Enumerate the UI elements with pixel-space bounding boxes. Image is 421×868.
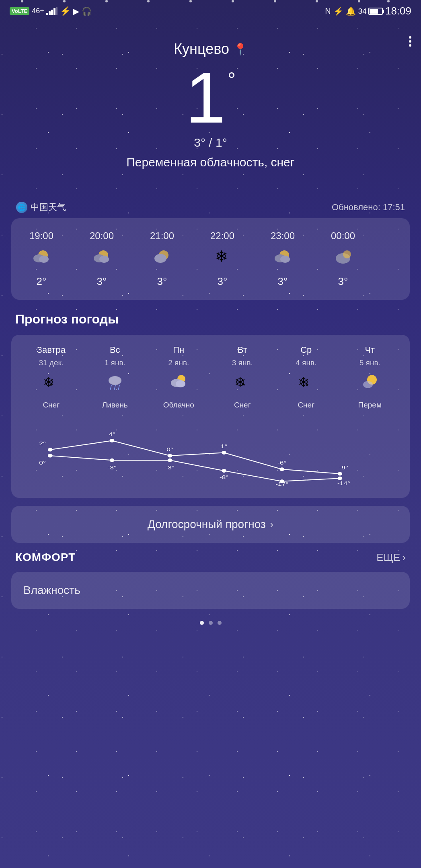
- weather-description: Переменная облачность, снег: [0, 156, 421, 169]
- day-icon-1: / / /: [106, 373, 124, 395]
- hour-temp-3: 3°: [218, 275, 228, 288]
- forecast-day-2: Пн 2 янв. Облачно: [147, 345, 211, 409]
- day-date-0: 31 дек.: [39, 358, 64, 367]
- day-icon-0: ❄ *: [42, 373, 60, 395]
- svg-point-12: [154, 254, 166, 263]
- hour-time-0: 19:00: [29, 230, 53, 242]
- youtube-icon: ▶: [73, 6, 79, 16]
- svg-point-43: [338, 477, 343, 480]
- hour-icon-4: [272, 246, 293, 270]
- status-bar: VoLTE 46+ ⚡ ▶ 🎧 N ⚡ 🔔 34 18:09: [0, 0, 421, 20]
- location-name: Кунцево: [174, 41, 229, 57]
- clock: 18:09: [385, 5, 411, 17]
- svg-text:-3°: -3°: [165, 465, 174, 471]
- hour-temp-2: 3°: [157, 275, 167, 288]
- svg-rect-4: [56, 7, 58, 15]
- svg-text:/ / /: / / /: [110, 384, 120, 391]
- day-date-3: 3 янв.: [232, 358, 253, 367]
- day-date-4: 4 янв.: [296, 358, 316, 367]
- svg-point-33: [110, 439, 115, 442]
- svg-point-39: [110, 459, 115, 462]
- svg-text:0°: 0°: [166, 446, 173, 452]
- hour-time-1: 20:00: [90, 230, 114, 242]
- update-time: Обновлено: 17:51: [332, 202, 405, 213]
- comfort-header: КОМФОРТ ЕЩЕ ›: [11, 551, 410, 564]
- temp-range: 3° / 1°: [0, 136, 421, 149]
- status-right: N ⚡ 🔔 34 18:09: [325, 5, 411, 17]
- forecast-day-1: Вс 1 янв. / / / Ливень: [83, 345, 147, 409]
- humidity-card: Влажность: [11, 572, 410, 609]
- page-indicator: [0, 621, 421, 637]
- hour-icon-0: [31, 246, 52, 270]
- day-name-1: Вс: [110, 345, 120, 355]
- long-forecast-button[interactable]: Долгосрочный прогноз ›: [11, 506, 410, 543]
- more-chevron-icon: ›: [402, 551, 406, 564]
- svg-text:❄: ❄: [215, 248, 228, 265]
- svg-point-36: [279, 467, 284, 471]
- svg-text:0°: 0°: [39, 460, 46, 466]
- day-name-0: Завтра: [37, 345, 66, 355]
- temperature-chart: 2° 4° 0° 1° -6° -9° 0° -3° -3° -8° -17° …: [19, 418, 402, 498]
- provider-logo: 🌐: [16, 202, 27, 213]
- svg-text:1°: 1°: [221, 443, 228, 449]
- wifi-icon: ⚡: [60, 6, 71, 16]
- volte-badge: VoLTE: [10, 7, 29, 15]
- svg-text:-9°: -9°: [339, 465, 348, 471]
- day-name-4: Ср: [300, 345, 312, 355]
- day-icon-3: ❄ *: [233, 373, 252, 395]
- page-dot-2[interactable]: [209, 621, 213, 625]
- hourly-item-3: 22:00 ❄ 3°: [192, 226, 253, 292]
- headphone-icon: 🎧: [82, 6, 92, 16]
- location-pin-icon[interactable]: 📍: [233, 43, 247, 56]
- chevron-right-icon: ›: [270, 518, 273, 531]
- day-date-1: 1 янв.: [105, 358, 125, 367]
- day-condition-2: Облачно: [163, 401, 194, 409]
- svg-text:-6°: -6°: [277, 460, 286, 466]
- forecast-day-4: Ср 4 янв. ❄ * Снег: [274, 345, 338, 409]
- hourly-item-5: 00:00 3°: [313, 226, 373, 292]
- degree-symbol: °: [228, 70, 236, 90]
- location-row: Кунцево 📍: [0, 41, 421, 57]
- nfc-icon: N: [325, 6, 331, 16]
- hourly-scroll[interactable]: 19:00 2° 20:00: [11, 226, 410, 292]
- svg-rect-0: [46, 13, 48, 15]
- forecast-day-0: Завтра 31 дек. ❄ * Снег: [19, 345, 83, 409]
- comfort-title: КОМФОРТ: [15, 551, 76, 564]
- svg-point-34: [168, 454, 173, 458]
- hourly-item-2: 21:00 3°: [132, 226, 192, 292]
- svg-point-7: [39, 256, 49, 263]
- page-dot-3[interactable]: [218, 621, 222, 625]
- forecast-days-row: Завтра 31 дек. ❄ * Снег Вс 1 янв.: [19, 345, 402, 409]
- main-content: Кунцево 📍 1 ° 3° / 1° Переменная облачно…: [0, 20, 421, 645]
- hour-icon-5: [333, 246, 353, 270]
- day-date-5: 5 янв.: [359, 358, 380, 367]
- svg-rect-2: [51, 10, 53, 15]
- forecast-card: Завтра 31 дек. ❄ * Снег Вс 1 янв.: [11, 335, 410, 498]
- svg-point-18: [343, 250, 351, 258]
- day-icon-2: [169, 373, 188, 395]
- comfort-section: КОМФОРТ ЕЩЕ › Влажность: [11, 551, 410, 609]
- battery-percent: 34: [358, 7, 367, 16]
- day-condition-3: Снег: [234, 401, 251, 409]
- page-dot-1[interactable]: [200, 621, 204, 625]
- provider-row: 🌐 中国天气 Обновлено: 17:51: [0, 201, 421, 213]
- status-left: VoLTE 46+ ⚡ ▶ 🎧: [10, 6, 92, 16]
- bluetooth-icon: ⚡: [333, 6, 343, 16]
- hourly-forecast-card: 19:00 2° 20:00: [11, 218, 410, 300]
- chart-svg: 2° 4° 0° 1° -6° -9° 0° -3° -3° -8° -17° …: [19, 426, 402, 486]
- hour-time-4: 23:00: [271, 230, 295, 242]
- svg-point-10: [99, 256, 109, 263]
- hour-temp-0: 2°: [37, 275, 47, 288]
- day-name-5: Чт: [365, 345, 375, 355]
- day-condition-0: Снег: [43, 401, 60, 409]
- hour-icon-2: [152, 246, 173, 270]
- comfort-more-link[interactable]: ЕЩЕ ›: [376, 551, 406, 564]
- more-label: ЕЩЕ: [376, 551, 400, 564]
- temp-value: 1: [185, 61, 226, 134]
- day-condition-1: Ливень: [102, 401, 128, 409]
- provider-label: 中国天气: [31, 201, 66, 213]
- svg-text:-8°: -8°: [220, 474, 228, 480]
- svg-text:-3°: -3°: [107, 465, 116, 471]
- svg-text:*: *: [306, 382, 308, 390]
- svg-text:*: *: [50, 382, 53, 390]
